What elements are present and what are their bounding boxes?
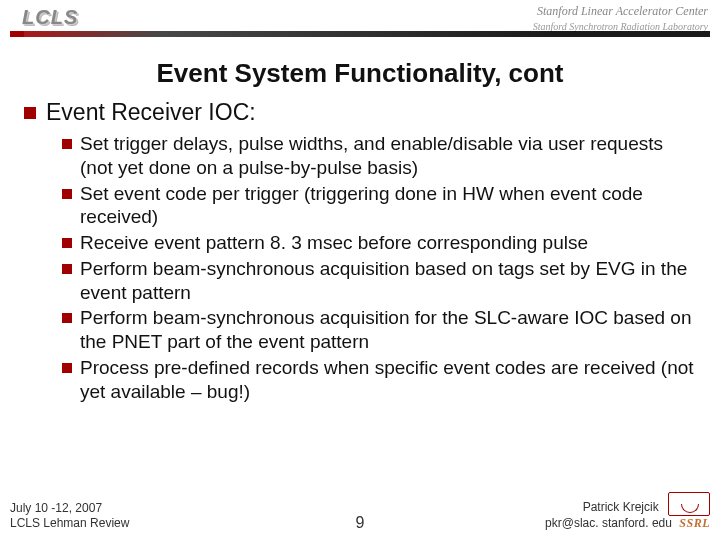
square-bullet-icon: [62, 264, 72, 274]
list-item-text: Perform beam-synchronous acquisition bas…: [80, 257, 696, 305]
square-bullet-icon: [62, 139, 72, 149]
footer-email: pkr@slac. stanford. edu: [545, 516, 672, 530]
square-bullet-icon: [62, 313, 72, 323]
square-bullet-icon: [24, 107, 36, 119]
footer-page-number: 9: [330, 514, 390, 532]
footer-left: July 10 -12, 2007 LCLS Lehman Review: [10, 501, 330, 532]
footer-review: LCLS Lehman Review: [10, 516, 330, 532]
slide-title: Event System Functionality, cont: [0, 58, 720, 89]
square-bullet-icon: [62, 238, 72, 248]
level1-item: Event Receiver IOC:: [24, 99, 696, 126]
lcls-logo: LCLS: [10, 6, 78, 29]
square-bullet-icon: [62, 363, 72, 373]
list-item: Set event code per trigger (triggering d…: [62, 182, 696, 230]
rule-accent: [10, 31, 24, 37]
slac-logo-icon: [668, 492, 710, 516]
header-affiliation: Stanford Linear Accelerator Center Stanf…: [533, 4, 708, 33]
list-item: Perform beam-synchronous acquisition for…: [62, 306, 696, 354]
list-item: Set trigger delays, pulse widths, and en…: [62, 132, 696, 180]
square-bullet-icon: [62, 189, 72, 199]
footer-right: Patrick Krejcik pkr@slac. stanford. edu …: [390, 492, 710, 532]
slide-content: Event Receiver IOC: Set trigger delays, …: [0, 89, 720, 403]
list-item-text: Receive event pattern 8. 3 msec before c…: [80, 231, 588, 255]
list-item-text: Set trigger delays, pulse widths, and en…: [80, 132, 696, 180]
slide-footer: July 10 -12, 2007 LCLS Lehman Review 9 P…: [0, 492, 720, 532]
list-item: Process pre-defined records when specifi…: [62, 356, 696, 404]
slide-header: LCLS Stanford Linear Accelerator Center …: [0, 0, 720, 50]
ssrl-logo: SSRL: [679, 516, 710, 532]
affiliation-line1: Stanford Linear Accelerator Center: [533, 4, 708, 20]
list-item: Perform beam-synchronous acquisition bas…: [62, 257, 696, 305]
list-item: Receive event pattern 8. 3 msec before c…: [62, 231, 696, 255]
list-item-text: Perform beam-synchronous acquisition for…: [80, 306, 696, 354]
header-rule: [10, 31, 710, 37]
level1-text: Event Receiver IOC:: [46, 99, 256, 126]
footer-author: Patrick Krejcik: [583, 501, 659, 515]
list-item-text: Set event code per trigger (triggering d…: [80, 182, 696, 230]
footer-date: July 10 -12, 2007: [10, 501, 330, 517]
rule-bar: [24, 31, 710, 37]
level2-list: Set trigger delays, pulse widths, and en…: [62, 132, 696, 403]
list-item-text: Process pre-defined records when specifi…: [80, 356, 696, 404]
